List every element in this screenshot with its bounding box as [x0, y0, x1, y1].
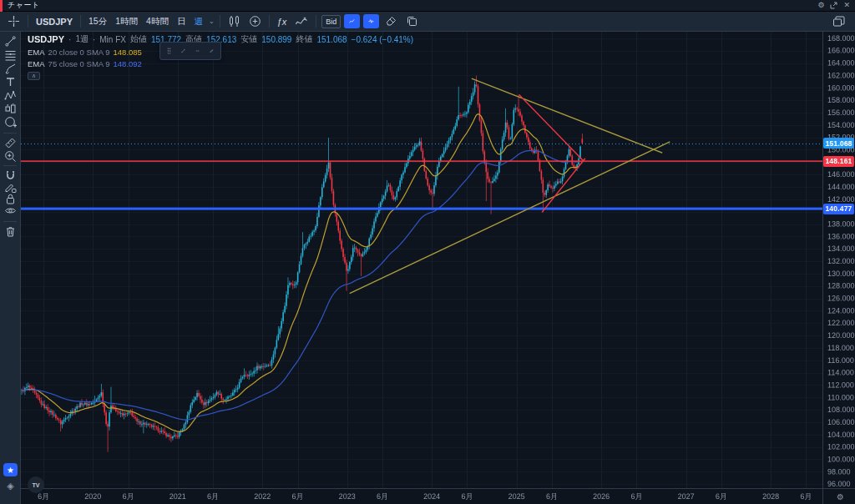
- timeframe-chevron-down-icon[interactable]: ⌄: [207, 13, 216, 30]
- legend-collapse-caret[interactable]: ∧: [28, 72, 40, 80]
- floating-drawing-toolbar: [159, 42, 221, 60]
- emoji-sticker-tool[interactable]: [3, 116, 18, 129]
- measure-ruler-tool[interactable]: [3, 137, 18, 149]
- window-accent-bar: [0, 0, 3, 12]
- timeframe-4h-button[interactable]: 4時間: [142, 13, 173, 30]
- low-value: 150.899: [261, 35, 291, 44]
- indicators-fx-button[interactable]: ƒx: [273, 13, 291, 30]
- timeframe-1h-button[interactable]: 1時間: [111, 13, 142, 30]
- trend-line-tool[interactable]: [3, 35, 18, 48]
- drawing-toolbar: ★ ◈: [0, 32, 21, 504]
- pulse-line-toggle-active[interactable]: [363, 14, 379, 28]
- legend-feed: Min FX: [99, 35, 126, 44]
- long-short-position-tool[interactable]: [3, 103, 18, 115]
- main-toolbar: USDJPY 15分 1時間 4時間 日 週 ⌄ ƒx Bid: [0, 12, 855, 32]
- bid-price-toggle[interactable]: Bid: [321, 15, 341, 28]
- timeframe-1d-button[interactable]: 日: [173, 13, 190, 30]
- window-title: チャート: [8, 0, 40, 11]
- eraser-format-button[interactable]: [381, 13, 402, 30]
- trend-line-quick-tool[interactable]: [176, 43, 190, 58]
- ema20-title: EMA: [28, 48, 45, 57]
- drag-handle-icon[interactable]: [162, 43, 176, 58]
- crosshair-tool[interactable]: [3, 13, 24, 30]
- line-chart-toggle-active[interactable]: [344, 14, 360, 28]
- legend-symbol: USDJPY: [28, 34, 64, 44]
- axis-settings-gear-icon[interactable]: ⚙: [837, 492, 844, 501]
- change-value: −0.624 (−0.41%): [352, 35, 414, 44]
- ema75-title: EMA: [28, 59, 45, 68]
- hide-drawings-eye-tool[interactable]: [3, 204, 18, 217]
- chart-style-candles-button[interactable]: [224, 13, 245, 30]
- legend-timeframe: 1週: [75, 33, 89, 45]
- brush-tool[interactable]: [3, 63, 18, 75]
- favorites-star-button[interactable]: ★: [3, 463, 18, 476]
- open-label: 始値: [130, 33, 147, 45]
- text-tool[interactable]: [3, 76, 18, 88]
- ema20-params: 20 close 0 SMA 9: [48, 48, 110, 57]
- xabcd-pattern-tool[interactable]: [3, 89, 18, 102]
- indicator-templates-button[interactable]: [291, 13, 312, 30]
- resistance-price-badge[interactable]: 148.161: [823, 156, 854, 167]
- duplicate-copy-button[interactable]: [402, 13, 422, 30]
- ema20-value: 148.085: [114, 48, 142, 57]
- fib-retracement-tool[interactable]: [3, 49, 18, 62]
- ema75-value: 148.092: [114, 59, 142, 68]
- magnet-mode-tool[interactable]: [3, 169, 18, 182]
- close-value: 151.068: [316, 35, 347, 44]
- window-titlebar: チャート ⚙ ✕: [0, 0, 855, 12]
- horizontal-ray-quick-tool[interactable]: [190, 43, 205, 58]
- zoom-in-tool[interactable]: [3, 150, 18, 163]
- legend-separator: ·: [68, 35, 71, 44]
- window-close-icon[interactable]: ✕: [843, 2, 850, 9]
- legend-separator: ·: [93, 35, 95, 44]
- current-price-badge[interactable]: 151.068: [823, 138, 854, 149]
- draw-pen-quick-tool[interactable]: [205, 43, 219, 58]
- close-label: 終値: [296, 33, 312, 45]
- stay-in-drawing-mode-tool[interactable]: [3, 181, 18, 194]
- remove-drawings-trash-tool[interactable]: [3, 225, 18, 238]
- object-tree-icon[interactable]: ◈: [3, 480, 18, 492]
- window-settings-gear-icon[interactable]: ⚙: [817, 2, 824, 9]
- support-price-badge[interactable]: 140.477: [823, 204, 854, 214]
- multi-pane-layout-button[interactable]: [828, 13, 850, 30]
- timeframe-1w-button-active[interactable]: 週: [190, 13, 207, 30]
- open-in-new-window-icon[interactable]: [830, 2, 837, 9]
- timeframe-15m-button[interactable]: 15分: [84, 13, 111, 30]
- compare-add-symbol-button[interactable]: [245, 13, 266, 30]
- lock-drawings-tool[interactable]: [3, 193, 18, 205]
- ema75-params: 75 close 0 SMA 9: [48, 59, 110, 68]
- symbol-button[interactable]: USDJPY: [32, 13, 77, 30]
- ema75-legend-row[interactable]: EMA 75 close 0 SMA 9 148.092: [28, 59, 413, 68]
- low-label: 安値: [240, 33, 257, 45]
- tradingview-logo[interactable]: TV: [28, 476, 44, 493]
